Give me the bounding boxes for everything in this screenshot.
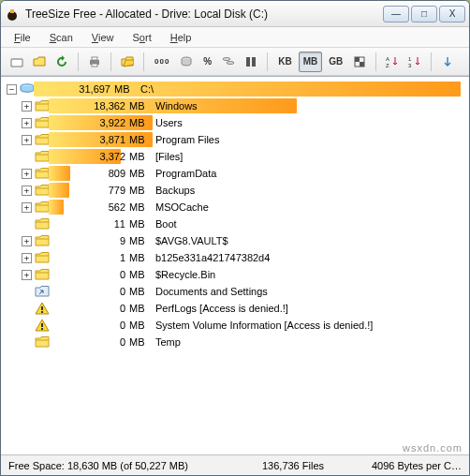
status-file-count: 136,736 Files <box>237 460 349 471</box>
size-value: 562 <box>52 201 129 213</box>
open-folder-button[interactable] <box>29 52 50 72</box>
menu-sort[interactable]: Sort <box>125 30 159 45</box>
svg-point-6 <box>223 57 230 60</box>
size-value: 809 <box>52 168 129 179</box>
expand-icon[interactable]: + <box>22 118 32 128</box>
node-name: Backups <box>152 185 195 196</box>
expander-blank <box>22 287 32 297</box>
size-value: 11 <box>52 218 129 230</box>
svg-rect-1 <box>10 9 14 13</box>
svg-text:Z: Z <box>386 63 389 68</box>
tree-row[interactable]: + 3,922 MB Users <box>3 114 467 131</box>
unit-gb-button[interactable]: GB <box>324 52 347 72</box>
size-value: 0 <box>52 286 129 297</box>
tree-row[interactable]: + 9 MB $AVG8.VAULT$ <box>3 232 467 249</box>
folder-icon <box>35 183 50 198</box>
expand-icon[interactable]: + <box>22 186 32 196</box>
collapse-button[interactable] <box>437 52 458 72</box>
drive-icon <box>20 82 35 97</box>
size-value: 9 <box>52 235 129 246</box>
svg-text:3: 3 <box>408 63 412 68</box>
minimize-button[interactable]: — <box>383 6 409 22</box>
explorer-button[interactable] <box>117 52 138 72</box>
expand-icon[interactable]: + <box>22 236 32 246</box>
tree-row[interactable]: + 809 MB ProgramData <box>3 165 467 182</box>
size-value: 1 <box>52 252 129 263</box>
tree-view[interactable]: − 31,697 MB C:\ + 18,362 MB Windows + 3,… <box>1 76 469 454</box>
svg-rect-9 <box>252 57 256 67</box>
svg-rect-4 <box>92 64 97 67</box>
tree-row[interactable]: 0 MB System Volume Information [Access i… <box>3 317 467 334</box>
expander-blank <box>22 152 32 162</box>
node-name: C:\ <box>137 83 154 95</box>
tree-row[interactable]: 11 MB Boot <box>3 216 467 232</box>
folder-icon <box>35 149 50 164</box>
menu-file[interactable]: File <box>7 30 38 45</box>
expander-blank <box>22 337 32 348</box>
print-button[interactable] <box>84 52 105 72</box>
size-unit: MB <box>129 134 152 145</box>
tree-row[interactable]: + 779 MB Backups <box>3 182 467 199</box>
tree-row[interactable]: 0 MB PerfLogs [Access is denied.!] <box>3 300 467 317</box>
watermark: wsxdn.com <box>403 442 463 454</box>
warn-icon <box>35 301 50 316</box>
toolbar: 000 % KB MB GB AZ 13 <box>1 48 469 76</box>
tree-row[interactable]: 3,372 MB [Files] <box>3 148 467 165</box>
size-mode-button[interactable]: 000 <box>150 52 174 72</box>
expand-icon[interactable]: + <box>22 253 32 263</box>
size-unit: MB <box>129 252 152 263</box>
node-name: Boot <box>152 218 177 230</box>
columns-button[interactable] <box>241 52 261 72</box>
size-value: 0 <box>52 336 129 348</box>
size-unit: MB <box>129 151 152 162</box>
unit-kb-button[interactable]: KB <box>273 52 296 72</box>
size-unit: MB <box>129 201 152 213</box>
expand-icon[interactable]: + <box>22 270 32 280</box>
svg-rect-19 <box>41 311 43 313</box>
tree-row[interactable]: + 3,871 MB Program Files <box>3 131 467 148</box>
tree-row[interactable]: 0 MB Temp <box>3 334 467 350</box>
size-unit: MB <box>129 286 152 297</box>
tree-root-row[interactable]: − 31,697 MB C:\ <box>3 81 467 97</box>
tree-row[interactable]: + 562 MB MSOCache <box>3 199 467 216</box>
expand-icon[interactable]: + <box>22 101 32 112</box>
folder-icon <box>35 132 50 147</box>
unit-auto-button[interactable] <box>349 52 370 72</box>
expander-blank <box>22 219 32 230</box>
expand-icon[interactable]: + <box>22 135 32 145</box>
unit-mb-button[interactable]: MB <box>299 52 323 72</box>
menu-help[interactable]: Help <box>163 30 199 45</box>
svg-rect-11 <box>355 57 360 62</box>
tree-row[interactable]: + 0 MB $Recycle.Bin <box>3 266 467 283</box>
node-name: Temp <box>152 336 181 348</box>
expander-blank <box>22 304 32 314</box>
percent-button[interactable]: % <box>198 52 216 72</box>
collapse-icon[interactable]: − <box>7 84 17 95</box>
tree-row[interactable]: 0 MB Documents and Settings <box>3 283 467 300</box>
filecount-button[interactable] <box>218 52 239 72</box>
link-icon <box>35 284 50 299</box>
tree-row[interactable]: + 18,362 MB Windows <box>3 97 467 114</box>
window-title: TreeSize Free - Allocated - Drive: Local… <box>25 7 381 21</box>
node-name: b125e331a421747382d4 <box>152 252 270 263</box>
refresh-button[interactable] <box>51 52 72 72</box>
size-unit: MB <box>129 235 152 246</box>
size-value: 3,372 <box>52 151 129 162</box>
menu-scan[interactable]: Scan <box>42 30 81 45</box>
expand-icon[interactable]: + <box>22 202 32 213</box>
close-button[interactable]: X <box>439 6 465 22</box>
menu-view[interactable]: View <box>84 30 122 45</box>
folder-icon <box>35 250 50 265</box>
size-value: 3,922 <box>52 117 129 128</box>
folder-icon <box>35 335 50 350</box>
expand-icon[interactable]: + <box>22 169 32 179</box>
svg-rect-20 <box>41 323 43 327</box>
sort-name-button[interactable]: AZ <box>382 52 403 72</box>
sort-size-button[interactable]: 13 <box>404 52 425 72</box>
node-name: Windows <box>152 100 198 112</box>
allocated-button[interactable] <box>176 52 197 72</box>
tree-row[interactable]: + 1 MB b125e331a421747382d4 <box>3 249 467 266</box>
select-dir-button[interactable] <box>7 52 27 72</box>
maximize-button[interactable]: □ <box>411 6 437 22</box>
node-name: $Recycle.Bin <box>152 269 215 280</box>
